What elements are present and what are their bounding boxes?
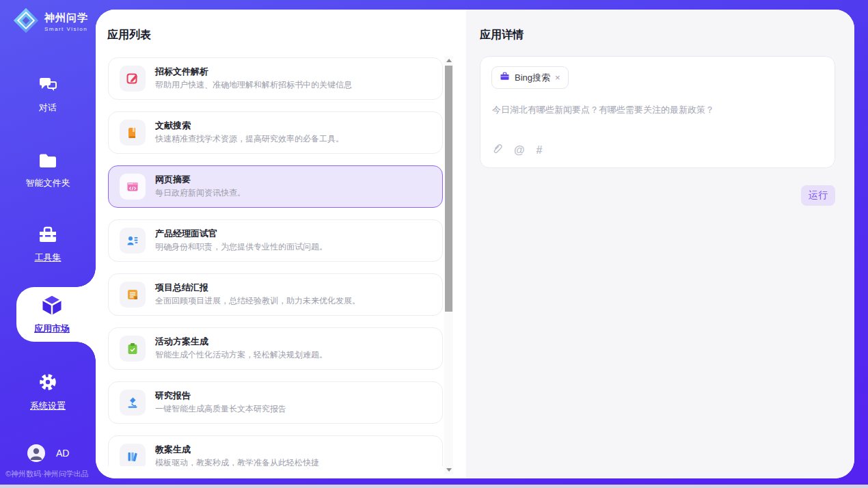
paperclip-icon[interactable] <box>492 143 502 157</box>
interviewer-icon <box>120 228 146 254</box>
app-name: 研究报告 <box>155 390 286 401</box>
brand-subtitle: Smart Vision <box>44 26 88 32</box>
app-name: 项目总结汇报 <box>155 282 360 293</box>
app-desc: 模板驱动，教案秒成，教学准备从此轻松快捷 <box>155 457 319 466</box>
sidebar-item-chat[interactable]: 对话 <box>0 75 96 114</box>
app-name: 网页摘要 <box>155 174 245 185</box>
sidebar-item-toolset[interactable]: 工具集 <box>0 226 96 264</box>
sidebar-item-label: 智能文件夹 <box>0 177 96 189</box>
toolbox-icon <box>38 234 58 246</box>
book-icon <box>120 120 146 146</box>
app-name: 教案生成 <box>155 444 319 455</box>
app-name: 文献搜索 <box>155 120 344 131</box>
browser-code-icon <box>120 174 146 200</box>
sidebar-item-label: 系统设置 <box>0 400 96 412</box>
run-button[interactable]: 运行 <box>801 185 835 206</box>
note-icon <box>120 282 146 308</box>
diamond-logo-icon <box>12 7 40 37</box>
microscope-icon <box>120 390 146 416</box>
app-desc: 智能生成个性化活动方案，轻松解决规划难题。 <box>155 349 327 361</box>
sidebar: 神州问学 Smart Vision 对话 智能文件夹 <box>0 0 96 488</box>
main-content: 应用列表 招标文件解析 帮助用户快速、准确地理解和解析招标书中的关键信息 <box>96 10 854 478</box>
person-icon <box>27 444 45 462</box>
copyright-text: ©神州数码·神州问学出品 <box>5 469 89 479</box>
app-desc: 全面回顾项目进展，总结经验教训，助力未来优化发展。 <box>155 295 360 307</box>
chat-icon <box>38 85 58 96</box>
app-card-pm-interviewer[interactable]: 产品经理面试官 明确身份和职责，为您提供专业性的面试问题。 <box>108 219 443 262</box>
app-list-scrollbar[interactable] <box>444 56 453 474</box>
app-desc: 明确身份和职责，为您提供专业性的面试问题。 <box>155 241 327 253</box>
app-card-research-report[interactable]: 研究报告 一键智能生成高质量长文本研究报告 <box>108 381 443 424</box>
avatar <box>27 444 45 462</box>
sidebar-item-label: 对话 <box>0 102 96 114</box>
app-card-literature-search[interactable]: 文献搜索 快速精准查找学术资源，提高研究效率的必备工具。 <box>108 111 443 154</box>
prompt-input[interactable]: 今日湖北有哪些新闻要点？有哪些需要关注的最新政策？ <box>492 103 821 116</box>
app-card-lesson-plan[interactable]: 教案生成 模板驱动，教案秒成，教学准备从此轻松快捷 <box>108 435 443 466</box>
user-initials: AD <box>56 448 69 459</box>
app-name: 招标文件解析 <box>155 66 352 77</box>
scrollbar-up-arrow[interactable] <box>444 56 453 65</box>
prompt-editor[interactable]: Bing搜索 × 今日湖北有哪些新闻要点？有哪些需要关注的最新政策？ @ # <box>480 56 835 168</box>
app-desc: 快速精准查找学术资源，提高研究效率的必备工具。 <box>155 133 344 145</box>
sidebar-item-label: 工具集 <box>0 252 96 264</box>
books-icon <box>120 444 146 466</box>
app-card-bid-analysis[interactable]: 招标文件解析 帮助用户快速、准确地理解和解析招标书中的关键信息 <box>108 57 443 100</box>
user-account[interactable]: AD <box>27 444 69 462</box>
folder-icon <box>38 160 58 172</box>
app-name: 活动方案生成 <box>155 336 327 347</box>
clipboard-check-icon <box>120 336 146 362</box>
sidebar-item-settings[interactable]: 系统设置 <box>0 372 96 412</box>
brand-logo: 神州问学 Smart Vision <box>12 7 88 37</box>
app-desc: 一键智能生成高质量长文本研究报告 <box>155 403 286 415</box>
app-detail-title: 应用详情 <box>480 28 524 42</box>
gear-icon <box>38 383 58 394</box>
pen-square-icon <box>120 66 146 92</box>
app-card-web-summary-selected[interactable]: 网页摘要 每日政府新闻资讯快查。 <box>108 165 443 208</box>
tool-tag-close-icon[interactable]: × <box>555 74 560 81</box>
hash-icon[interactable]: # <box>537 144 543 157</box>
scrollbar-down-arrow[interactable] <box>444 465 453 474</box>
app-list-scroll-area: 招标文件解析 帮助用户快速、准确地理解和解析招标书中的关键信息 文献搜索 快速精… <box>108 57 443 466</box>
at-icon[interactable]: @ <box>514 144 525 157</box>
app-detail-panel: 应用详情 Bing搜索 × 今日湖北有哪些新闻要点？有哪些需要关注的最新政策？ <box>466 10 854 478</box>
app-card-event-plan[interactable]: 活动方案生成 智能生成个性化活动方案，轻松解决规划难题。 <box>108 327 443 370</box>
app-list-title: 应用列表 <box>107 28 151 42</box>
bottom-edge-strip <box>0 485 868 488</box>
app-desc: 帮助用户快速、准确地理解和解析招标书中的关键信息 <box>155 79 352 91</box>
tool-tag-label: Bing搜索 <box>515 72 550 84</box>
sidebar-item-app-market-active[interactable]: 应用市场 <box>16 287 96 342</box>
sidebar-item-label: 应用市场 <box>16 323 87 335</box>
app-list-panel: 应用列表 招标文件解析 帮助用户快速、准确地理解和解析招标书中的关键信息 <box>96 10 466 478</box>
tool-tag-bing-search[interactable]: Bing搜索 × <box>491 66 569 89</box>
sidebar-item-smart-folder[interactable]: 智能文件夹 <box>0 152 96 189</box>
scrollbar-thumb[interactable] <box>445 66 452 312</box>
app-card-project-summary[interactable]: 项目总结汇报 全面回顾项目进展，总结经验教训，助力未来优化发展。 <box>108 273 443 316</box>
brand-name: 神州问学 <box>44 12 88 25</box>
cube-icon <box>40 308 64 319</box>
app-desc: 每日政府新闻资讯快查。 <box>155 187 245 199</box>
briefcase-icon <box>500 71 510 84</box>
app-name: 产品经理面试官 <box>155 228 327 239</box>
